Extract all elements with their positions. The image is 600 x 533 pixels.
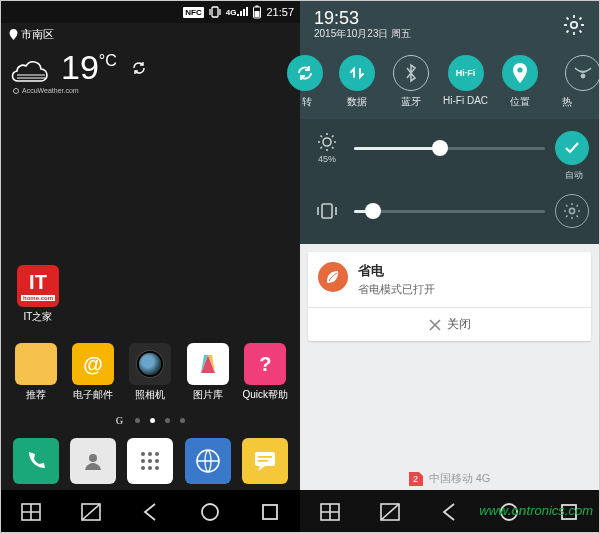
phone-icon	[13, 438, 59, 484]
notification-body: 省电模式已打开	[358, 282, 435, 297]
check-icon	[564, 141, 580, 155]
svg-rect-26	[322, 204, 332, 218]
data-icon	[339, 55, 375, 91]
toggle-hotspot[interactable]: 热	[549, 55, 599, 109]
svg-point-11	[141, 466, 145, 470]
weather-widget[interactable]: 19°C	[1, 42, 300, 87]
svg-rect-3	[255, 11, 260, 17]
qs-header: 19:53 2015年10月23日 周五	[300, 1, 599, 49]
app-email[interactable]: @ 电子邮件	[66, 343, 120, 402]
brightness-icon: 45%	[310, 132, 344, 164]
app-drawer-icon	[127, 438, 173, 484]
battery-icon	[252, 5, 262, 19]
nav-recent[interactable]	[255, 497, 285, 527]
svg-point-27	[569, 208, 574, 213]
camera-icon	[129, 343, 171, 385]
gear-icon	[563, 14, 585, 36]
nav-dual-window[interactable]	[315, 497, 345, 527]
svg-point-24	[581, 74, 585, 78]
nav-back[interactable]	[434, 497, 464, 527]
svg-rect-17	[258, 460, 268, 462]
pin-icon	[9, 29, 18, 40]
nav-dual-window[interactable]	[16, 497, 46, 527]
qs-date: 2015年10月23日 周五	[314, 27, 411, 41]
toggle-hifi-dac[interactable]: Hi·Fi Hi-Fi DAC	[441, 55, 491, 109]
nav-recent[interactable]	[554, 497, 584, 527]
svg-point-8	[141, 459, 145, 463]
messages-icon	[242, 438, 288, 484]
nfc-icon: NFC	[183, 7, 203, 18]
notification-close[interactable]: 关闭	[308, 307, 591, 341]
folder-icon	[15, 343, 57, 385]
app-recommended[interactable]: 推荐	[9, 343, 63, 402]
notification-battery-saver[interactable]: 省电 省电模式已打开 关闭	[308, 252, 591, 341]
vibrate-icon	[310, 202, 344, 220]
volume-settings-button[interactable]	[555, 194, 589, 228]
svg-point-23	[517, 67, 522, 72]
settings-button[interactable]	[559, 10, 589, 40]
rotate-icon	[287, 55, 323, 91]
status-clock: 21:57	[266, 6, 294, 18]
nav-back[interactable]	[135, 497, 165, 527]
toggle-bluetooth[interactable]: 蓝牙	[386, 55, 436, 109]
svg-point-25	[323, 138, 331, 146]
svg-point-9	[148, 459, 152, 463]
gallery-icon	[187, 343, 229, 385]
dock-app-drawer[interactable]	[123, 438, 177, 484]
app-camera[interactable]: 照相机	[123, 343, 177, 402]
carrier-label: 2 中国移动 4G	[300, 471, 599, 486]
dock-browser[interactable]	[181, 438, 235, 484]
svg-rect-15	[255, 452, 275, 466]
svg-point-12	[148, 466, 152, 470]
qs-sliders: 45% 自动	[300, 119, 599, 244]
auto-brightness-label: 自动	[310, 169, 583, 182]
toggle-data[interactable]: 数据	[332, 55, 382, 109]
qs-clock: 19:53	[314, 9, 411, 27]
nav-qslide[interactable]	[76, 497, 106, 527]
vibrate-icon	[208, 6, 222, 18]
carrier-text: 中国移动 4G	[429, 471, 491, 486]
weather-provider: AccuWeather.com	[1, 87, 300, 94]
contacts-icon	[70, 438, 116, 484]
svg-point-7	[155, 452, 159, 456]
app-quickhelp[interactable]: ? Quick帮助	[238, 343, 292, 402]
refresh-icon[interactable]	[131, 60, 147, 76]
svg-rect-16	[258, 456, 272, 458]
toggle-location[interactable]: 位置	[495, 55, 545, 109]
bluetooth-icon	[393, 55, 429, 91]
location-text: 市南区	[21, 27, 54, 42]
brightness-slider[interactable]: 45%	[310, 131, 589, 165]
page-indicator[interactable]: G	[1, 415, 300, 426]
nav-home[interactable]	[494, 497, 524, 527]
weather-location[interactable]: 市南区	[1, 23, 300, 42]
toggle-rotate[interactable]: 转	[300, 55, 328, 109]
app-ithome[interactable]: IThome.com IT之家	[11, 265, 65, 324]
auto-brightness-toggle[interactable]	[555, 131, 589, 165]
nav-bar-left	[1, 490, 300, 533]
nav-home[interactable]	[195, 497, 225, 527]
app-row-1: IThome.com IT之家	[1, 265, 300, 324]
dock-contacts[interactable]	[66, 438, 120, 484]
nav-bar-right	[300, 490, 599, 533]
app-row-2: 推荐 @ 电子邮件 照相机 图片库 ? Quick帮助	[1, 343, 300, 402]
home-screen: NFC 4G 21:57 市南区 19°C AccuWeather.com IT…	[1, 1, 300, 533]
quick-settings-panel: 19:53 2015年10月23日 周五 转 数据 蓝牙 Hi·Fi Hi-Fi…	[300, 1, 599, 533]
svg-rect-21	[263, 505, 277, 519]
qs-toggle-row[interactable]: 转 数据 蓝牙 Hi·Fi Hi-Fi DAC 位置 热	[300, 49, 599, 119]
volume-slider[interactable]	[310, 194, 589, 228]
svg-point-30	[501, 504, 517, 520]
svg-rect-0	[212, 7, 218, 17]
email-icon: @	[72, 343, 114, 385]
dock-messages[interactable]	[238, 438, 292, 484]
hifi-icon: Hi·Fi	[448, 55, 484, 91]
leaf-icon	[318, 262, 348, 292]
close-icon	[429, 319, 441, 331]
svg-point-5	[141, 452, 145, 456]
sim-icon: 2	[409, 472, 423, 486]
app-gallery[interactable]: 图片库	[181, 343, 235, 402]
nav-qslide[interactable]	[375, 497, 405, 527]
dock-phone[interactable]	[9, 438, 63, 484]
svg-point-22	[571, 22, 577, 28]
location-icon	[502, 55, 538, 91]
gear-icon	[563, 202, 581, 220]
